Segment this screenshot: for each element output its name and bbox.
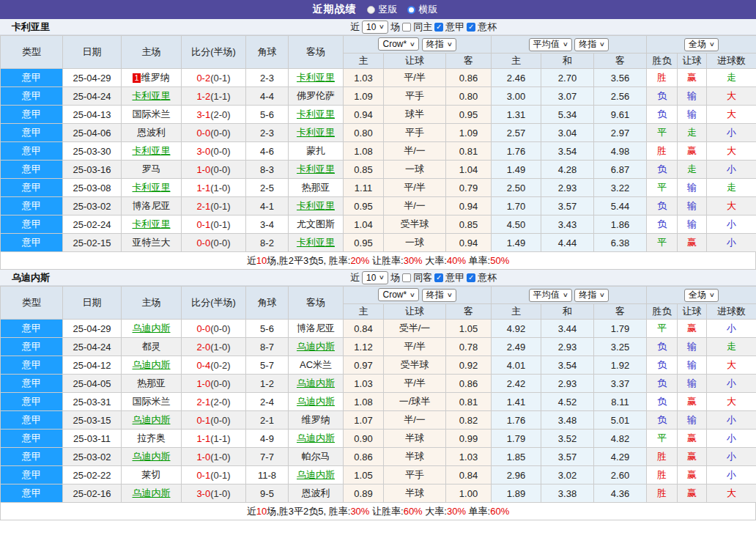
scope-select[interactable]: 全场∨ xyxy=(684,38,719,51)
league-link[interactable]: 意甲 xyxy=(1,179,63,197)
home-team-link[interactable]: 国际米兰 xyxy=(133,396,171,407)
away-team-link[interactable]: 恩波利 xyxy=(302,487,330,498)
away-team-link[interactable]: AC米兰 xyxy=(300,359,332,370)
home-team-link[interactable]: 国际米兰 xyxy=(133,108,171,119)
match-row: 意甲25-03-11拉齐奥1-1(1-1)4-9乌迪内斯0.90半球0.991.… xyxy=(1,430,756,448)
home-team-link[interactable]: 维罗纳 xyxy=(141,72,170,83)
home-team-link[interactable]: 博洛尼亚 xyxy=(133,200,171,211)
away-team-link[interactable]: 卡利亚里 xyxy=(297,163,335,174)
italy-cup-checkbox[interactable]: ✓ xyxy=(467,23,475,32)
home-team-cell: 亚特兰大 xyxy=(122,234,182,252)
final-odds-select-2[interactable]: 终指∨ xyxy=(574,38,609,51)
home-team-link[interactable]: 卡利亚里 xyxy=(133,145,171,156)
home-team-cell: 卡利亚里 xyxy=(122,179,182,197)
vertical-radio[interactable] xyxy=(367,6,375,14)
home-odds-cell: 1.12 xyxy=(344,338,384,356)
home-team-link[interactable]: 热那亚 xyxy=(137,377,166,388)
home-team-link[interactable]: 乌迪内斯 xyxy=(133,451,171,462)
match-row: 意甲25-02-24卡利亚里0-1(0-1)3-4尤文图斯1.04受半球0.85… xyxy=(1,215,756,234)
league-link[interactable]: 意甲 xyxy=(1,69,63,87)
home-team-link[interactable]: 乌迪内斯 xyxy=(133,359,171,370)
horizontal-radio[interactable] xyxy=(407,6,415,14)
final-odds-select-2[interactable]: 终指∨ xyxy=(574,289,609,302)
league-link[interactable]: 意甲 xyxy=(1,375,63,393)
section-team-name: 卡利亚里 xyxy=(12,21,50,34)
league-link[interactable]: 意甲 xyxy=(1,124,63,142)
away-team-link[interactable]: 卡利亚里 xyxy=(297,72,335,83)
bookmaker-select[interactable]: Crow*∨ xyxy=(378,288,419,301)
corner-cell: 3-4 xyxy=(246,215,289,234)
average-select[interactable]: 平均值∨ xyxy=(529,38,572,51)
league-link[interactable]: 意甲 xyxy=(1,161,63,179)
away-team-link[interactable]: 蒙扎 xyxy=(306,145,325,156)
league-link[interactable]: 意甲 xyxy=(1,356,63,375)
score-cell: 1-0(0-0) xyxy=(182,161,246,179)
away-team-link[interactable]: 尤文图斯 xyxy=(297,218,335,229)
goals-result-cell: 大 xyxy=(707,87,756,106)
same-venue-checkbox[interactable] xyxy=(402,23,411,32)
final-odds-select[interactable]: 终指∨ xyxy=(422,38,456,51)
away-team-link[interactable]: 乌迪内斯 xyxy=(297,377,335,388)
away-odds-cell: 1.09 xyxy=(446,124,492,142)
match-count-select[interactable]: 10∨ xyxy=(362,271,388,284)
away-team-link[interactable]: 维罗纳 xyxy=(302,414,330,425)
away-team-link[interactable]: 热那亚 xyxy=(302,182,330,193)
summary-text: 场,胜2平3负5, 胜率: xyxy=(267,255,350,266)
handicap-result-cell: 赢 xyxy=(678,448,707,466)
same-venue-checkbox[interactable] xyxy=(402,273,411,282)
scope-select[interactable]: 全场∨ xyxy=(684,289,719,302)
avg-draw-cell: 4.52 xyxy=(541,393,594,411)
league-link[interactable]: 意甲 xyxy=(1,234,63,252)
match-count-select[interactable]: 10∨ xyxy=(362,21,388,34)
league-link[interactable]: 意甲 xyxy=(1,142,63,161)
league-link[interactable]: 意甲 xyxy=(1,338,63,356)
home-team-link[interactable]: 亚特兰大 xyxy=(133,237,171,248)
avg-away-cell: 9.61 xyxy=(594,106,647,124)
away-team-link[interactable]: 佛罗伦萨 xyxy=(297,90,335,101)
handicap-result-cell: 赢 xyxy=(678,430,707,448)
away-team-link[interactable]: 乌迪内斯 xyxy=(297,432,335,443)
half-time-score: (1-1) xyxy=(210,433,230,444)
away-team-link[interactable]: 乌迪内斯 xyxy=(297,396,335,407)
away-team-link[interactable]: 帕尔马 xyxy=(302,451,330,462)
away-team-link[interactable]: 卡利亚里 xyxy=(297,127,335,138)
league-link[interactable]: 意甲 xyxy=(1,448,63,466)
league-link[interactable]: 意甲 xyxy=(1,430,63,448)
home-team-link[interactable]: 莱切 xyxy=(142,469,161,480)
league-link[interactable]: 意甲 xyxy=(1,320,63,338)
serie-a-checkbox[interactable]: ✓ xyxy=(434,23,443,32)
away-team-link[interactable]: 卡利亚里 xyxy=(297,108,335,119)
league-link[interactable]: 意甲 xyxy=(1,393,63,411)
avg-away-cell: 1.92 xyxy=(594,356,647,375)
full-time-score: 2-1 xyxy=(196,397,210,408)
league-link[interactable]: 意甲 xyxy=(1,87,63,106)
home-team-link[interactable]: 拉齐奥 xyxy=(137,432,166,443)
home-team-link[interactable]: 卡利亚里 xyxy=(133,90,171,101)
home-team-link[interactable]: 乌迪内斯 xyxy=(133,323,171,334)
league-link[interactable]: 意甲 xyxy=(1,484,63,503)
avg-home-cell: 2.46 xyxy=(492,69,541,87)
home-team-link[interactable]: 乌迪内斯 xyxy=(133,487,171,498)
away-team-link[interactable]: 卡利亚里 xyxy=(297,200,335,211)
home-team-link[interactable]: 卡利亚里 xyxy=(133,218,171,229)
home-team-link[interactable]: 乌迪内斯 xyxy=(133,414,171,425)
league-link[interactable]: 意甲 xyxy=(1,197,63,215)
goals-result-cell: 小 xyxy=(707,215,756,234)
away-team-link[interactable]: 乌迪内斯 xyxy=(297,469,335,480)
home-team-link[interactable]: 都灵 xyxy=(142,341,161,352)
league-link[interactable]: 意甲 xyxy=(1,215,63,234)
league-link[interactable]: 意甲 xyxy=(1,411,63,430)
away-team-link[interactable]: 卡利亚里 xyxy=(297,237,335,248)
league-link[interactable]: 意甲 xyxy=(1,106,63,124)
home-team-link[interactable]: 卡利亚里 xyxy=(133,182,171,193)
final-odds-select[interactable]: 终指∨ xyxy=(422,289,456,302)
league-link[interactable]: 意甲 xyxy=(1,466,63,484)
italy-cup-checkbox[interactable]: ✓ xyxy=(467,273,475,282)
home-team-link[interactable]: 罗马 xyxy=(142,163,161,174)
away-team-link[interactable]: 乌迪内斯 xyxy=(297,341,335,352)
home-team-link[interactable]: 恩波利 xyxy=(137,127,166,138)
serie-a-checkbox[interactable]: ✓ xyxy=(434,273,443,282)
away-team-link[interactable]: 博洛尼亚 xyxy=(297,323,335,334)
average-select[interactable]: 平均值∨ xyxy=(529,289,572,302)
bookmaker-select[interactable]: Crow*∨ xyxy=(378,37,419,51)
